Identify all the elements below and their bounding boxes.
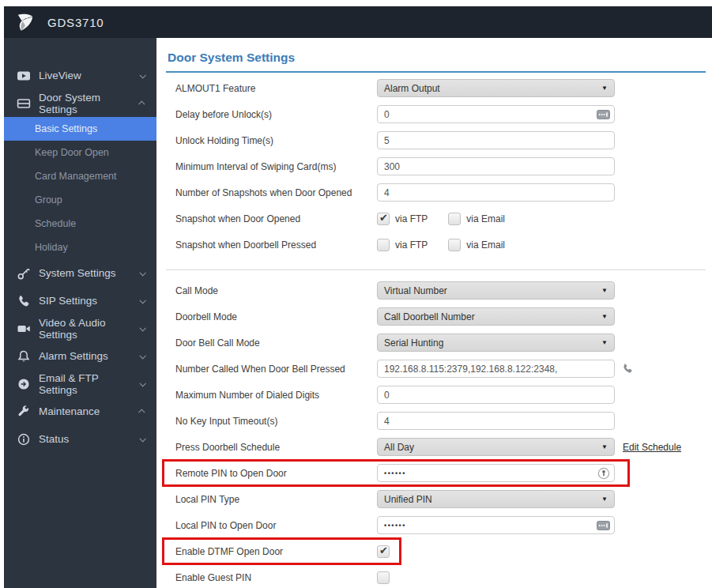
field-control: 0 [377, 105, 615, 123]
sidebar-item-email-ftp-settings[interactable]: Email & FTP Settings [4, 370, 156, 398]
sidebar-item-liveview[interactable]: LiveView [4, 62, 156, 89]
input-value: 5 [384, 135, 390, 146]
sidebar-item-status[interactable]: Status [4, 425, 156, 453]
sidebar-item-system-settings[interactable]: System Settings [4, 259, 156, 287]
minimum-interval-of-swiping-card-ms-input[interactable]: 300 [377, 157, 615, 175]
sidebar-item-video-audio-settings[interactable]: Video & Audio Settings [4, 315, 156, 342]
field-control: via FTPvia Email [377, 213, 615, 225]
doorbell-mode-select[interactable]: Call Doorbell Number▼ [377, 307, 615, 326]
dropdown-caret-icon: ▼ [601, 288, 608, 294]
phone-icon[interactable] [622, 363, 634, 375]
delay-before-unlock-s-input[interactable]: 0 [377, 105, 615, 123]
page-title: Door System Settings [166, 49, 706, 73]
dropdown-caret-icon: ▼ [601, 314, 608, 320]
form-row-number-of-snapshots-when-door-opened: Number of Snapshots when Door Opened4 [166, 183, 706, 202]
select-value: Alarm Output [384, 83, 440, 94]
field-label: Press Doorbell Schedule [175, 442, 377, 453]
liveview-icon [17, 69, 31, 83]
checkbox-label: via FTP [395, 213, 428, 224]
sidebar-subitem-label: Schedule [35, 218, 76, 229]
sidebar-item-alarm-settings[interactable]: Alarm Settings [4, 342, 156, 370]
sidebar-item-door-system-settings[interactable]: Door System Settings [4, 89, 156, 117]
field-control: •••••• [377, 464, 615, 482]
dropdown-caret-icon: ▼ [601, 496, 608, 503]
door-system-icon [17, 96, 31, 111]
field-label: Local PIN to Open Door [175, 520, 377, 531]
local-pin-type-select[interactable]: Unified PIN▼ [377, 490, 615, 508]
door-bell-call-mode-select[interactable]: Serial Hunting▼ [377, 334, 615, 352]
input-value: 4 [384, 187, 390, 198]
sidebar-subitem-keep-door-open[interactable]: Keep Door Open [4, 141, 156, 164]
input-value: 0 [384, 109, 390, 120]
unlock-holding-time-s-input[interactable]: 5 [377, 131, 615, 149]
sidebar-item-label: SIP Settings [39, 295, 97, 307]
sip-settings-icon [17, 294, 31, 308]
field-control [377, 571, 615, 584]
sidebar-item-label: Alarm Settings [39, 350, 108, 362]
section-divider [166, 270, 706, 270]
maximum-number-of-dialed-digits-input[interactable]: 0 [377, 386, 615, 404]
field-control: 4 [377, 183, 615, 202]
form-row-local-pin-to-open-door: Local PIN to Open Door•••••• [166, 516, 706, 534]
viewer-icon[interactable] [597, 467, 610, 480]
press-doorbell-schedule-select[interactable]: All Day▼ [377, 438, 615, 456]
field-label: Remote PIN to Open Door [175, 468, 377, 479]
sidebar-item-sip-settings[interactable]: SIP Settings [4, 287, 156, 315]
number-of-snapshots-when-door-opened-input[interactable]: 4 [377, 183, 615, 202]
field-control: 192.168.8.115:2379,192.168.8.122:2348, [377, 360, 615, 378]
keypad-icon[interactable] [597, 110, 610, 119]
keypad-icon[interactable] [597, 521, 610, 530]
enable-dtmf-open-door-checkbox[interactable] [377, 545, 390, 558]
field-label: Local PIN Type [175, 494, 377, 505]
sidebar-subitem-label: Holiday [35, 242, 68, 253]
input-value: 4 [384, 416, 390, 427]
field-control: •••••• [377, 516, 615, 534]
dropdown-caret-icon: ▼ [601, 340, 608, 346]
form-row-enable-dtmf-open-door: Enable DTMF Open Door [166, 542, 706, 560]
via-email-checkbox[interactable] [448, 239, 461, 251]
form-row-snapshot-when-door-opened: Snapshot when Door Openedvia FTPvia Emai… [166, 209, 706, 228]
maintenance-icon [17, 405, 31, 419]
sidebar-item-label: Status [39, 433, 69, 445]
field-label: Door Bell Call Mode [175, 337, 377, 349]
field-label: Number Called When Door Bell Pressed [175, 364, 377, 375]
sidebar-subitem-basic-settings[interactable]: Basic Settings [4, 117, 156, 141]
field-label: Snapshot when Door Opened [175, 213, 377, 224]
local-pin-to-open-door-input[interactable]: •••••• [377, 516, 615, 534]
sidebar-item-label: LiveView [39, 70, 81, 81]
field-control: 4 [377, 412, 615, 430]
almout1-feature-select[interactable]: Alarm Output▼ [377, 79, 615, 97]
call-mode-select[interactable]: Virtual Number▼ [377, 281, 615, 300]
field-control: Alarm Output▼ [377, 79, 615, 97]
edit-schedule-link[interactable]: Edit Schedule [623, 442, 681, 453]
no-key-input-timeout-s-input[interactable]: 4 [377, 412, 615, 430]
sidebar-subitem-card-management[interactable]: Card Management [4, 164, 156, 188]
chevron-down-icon [139, 435, 145, 442]
field-label: Maximum Number of Dialed Digits [175, 390, 377, 401]
input-value: •••••• [384, 522, 406, 530]
form-row-remote-pin-to-open-door: Remote PIN to Open Door•••••• [166, 464, 706, 482]
via-email-checkbox[interactable] [448, 213, 461, 225]
checkbox-label: via Email [466, 239, 505, 251]
app-window: GDS3710 LiveViewDoor System SettingsBasi… [0, 0, 712, 588]
sidebar-subitem-schedule[interactable]: Schedule [4, 212, 156, 236]
sidebar-item-label: Door System Settings [39, 92, 140, 115]
sidebar-subitem-holiday[interactable]: Holiday [4, 236, 156, 259]
via-ftp-checkbox[interactable] [377, 213, 390, 225]
via-ftp-checkbox[interactable] [377, 239, 390, 251]
enable-guest-pin-checkbox[interactable] [377, 571, 390, 584]
number-called-when-door-bell-pressed-input[interactable]: 192.168.8.115:2379,192.168.8.122:2348, [377, 360, 615, 378]
sidebar-item-maintenance[interactable]: Maintenance [4, 398, 156, 425]
chevron-down-icon [139, 270, 145, 276]
input-value: 0 [384, 390, 390, 401]
field-control [377, 545, 615, 558]
remote-pin-to-open-door-input[interactable]: •••••• [377, 464, 615, 482]
form-row-local-pin-type: Local PIN TypeUnified PIN▼ [166, 490, 706, 508]
field-control: Virtual Number▼ [377, 281, 615, 300]
field-label: Delay before Unlock(s) [175, 109, 377, 120]
field-label: Snapshot when Doorbell Pressed [175, 239, 377, 251]
field-control: Unified PIN▼ [377, 490, 615, 508]
field-label: No Key Input Timeout(s) [175, 416, 377, 427]
sidebar-subitem-group[interactable]: Group [4, 188, 156, 212]
chevron-up-icon [138, 409, 145, 415]
